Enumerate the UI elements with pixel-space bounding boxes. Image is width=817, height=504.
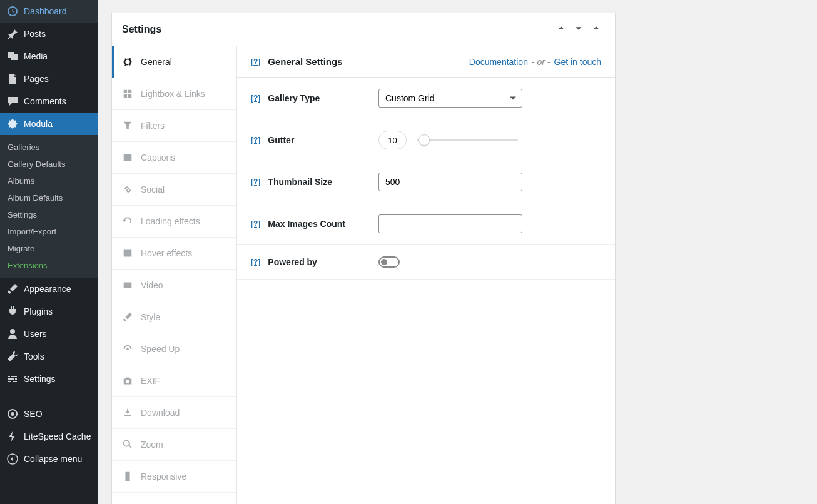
submenu-extensions[interactable]: Extensions bbox=[0, 257, 98, 274]
tab-label: Speed Up bbox=[141, 344, 180, 354]
tab-label: Lightbox & Links bbox=[141, 89, 205, 99]
sidebar-item-users[interactable]: Users bbox=[0, 323, 98, 345]
sidebar-label: Modula bbox=[24, 119, 53, 129]
gauge-icon bbox=[122, 343, 133, 355]
submenu-migrate[interactable]: Migrate bbox=[0, 240, 98, 257]
sidebar-item-dashboard[interactable]: Dashboard bbox=[0, 0, 98, 23]
row-powered-by: [?] Powered by bbox=[237, 245, 615, 280]
tab-customcss[interactable]: Custom CSS bbox=[112, 493, 236, 504]
tab-general[interactable]: General bbox=[112, 46, 236, 78]
help-icon[interactable]: [?] bbox=[251, 219, 260, 228]
panel-title: Settings bbox=[122, 24, 161, 35]
dashboard-icon bbox=[6, 5, 19, 18]
sliders-icon bbox=[6, 373, 19, 385]
panel-header: Settings bbox=[112, 13, 615, 46]
sidebar-item-comments[interactable]: Comments bbox=[0, 90, 98, 113]
tab-social[interactable]: Social bbox=[112, 174, 236, 206]
sidebar-collapse[interactable]: Collapse menu bbox=[0, 448, 98, 470]
tab-exif[interactable]: EXIF bbox=[112, 365, 236, 397]
bolt-icon bbox=[6, 430, 19, 443]
tab-hover[interactable]: Hover effects bbox=[112, 238, 236, 270]
tab-download[interactable]: Download bbox=[112, 397, 236, 429]
sidebar-label: Users bbox=[24, 329, 47, 339]
tab-zoom[interactable]: Zoom bbox=[112, 429, 236, 461]
submenu-import-export[interactable]: Import/Export bbox=[0, 223, 98, 240]
sidebar-item-seo[interactable]: SEO bbox=[0, 403, 98, 425]
move-up-button[interactable] bbox=[552, 21, 570, 38]
move-down-button[interactable] bbox=[570, 21, 587, 38]
sidebar-label: Collapse menu bbox=[24, 454, 82, 464]
submenu: Galleries Gallery Defaults Albums Album … bbox=[0, 135, 98, 278]
help-icon[interactable]: [?] bbox=[251, 58, 260, 66]
contact-link[interactable]: Get in touch bbox=[554, 57, 602, 67]
field-label: Gallery Type bbox=[268, 93, 320, 103]
help-icon[interactable]: [?] bbox=[251, 258, 260, 266]
sidebar-item-appearance[interactable]: Appearance bbox=[0, 278, 98, 300]
row-max-images: [?] Max Images Count bbox=[237, 203, 615, 245]
submenu-albums[interactable]: Albums bbox=[0, 173, 98, 189]
tab-speedup[interactable]: Speed Up bbox=[112, 333, 236, 365]
grid-icon bbox=[122, 88, 133, 99]
reload-icon bbox=[122, 216, 133, 227]
gallery-type-select[interactable]: Custom Grid bbox=[378, 89, 522, 108]
settings-tabs: General Lightbox & Links Filters Caption… bbox=[112, 46, 237, 504]
comment-icon bbox=[6, 95, 19, 108]
gutter-slider[interactable] bbox=[417, 139, 518, 141]
tab-style[interactable]: Style bbox=[112, 301, 236, 333]
row-gutter: [?] Gutter bbox=[237, 119, 615, 161]
sidebar-label: Dashboard bbox=[24, 6, 67, 16]
field-label: Max Images Count bbox=[268, 219, 345, 229]
brush-icon bbox=[122, 311, 133, 323]
max-images-input[interactable] bbox=[378, 214, 522, 233]
sidebar-item-pages[interactable]: Pages bbox=[0, 68, 98, 90]
sidebar-item-media[interactable]: Media bbox=[0, 45, 98, 68]
tab-loading[interactable]: Loading effects bbox=[112, 206, 236, 238]
help-icon[interactable]: [?] bbox=[251, 94, 260, 103]
tab-captions[interactable]: Captions bbox=[112, 142, 236, 174]
sidebar-item-modula[interactable]: Modula bbox=[0, 113, 98, 135]
settings-panel: Settings General Lightbox & Links Filter bbox=[111, 13, 616, 504]
sidebar-label: Comments bbox=[24, 96, 66, 106]
camera-icon bbox=[122, 375, 133, 386]
submenu-gallery-defaults[interactable]: Gallery Defaults bbox=[0, 156, 98, 173]
collapse-icon bbox=[6, 453, 19, 465]
sidebar-item-settings[interactable]: Settings bbox=[0, 368, 98, 390]
tab-label: Video bbox=[141, 280, 163, 290]
submenu-album-defaults[interactable]: Album Defaults bbox=[0, 189, 98, 206]
sidebar-label: Settings bbox=[24, 374, 56, 384]
gutter-input[interactable] bbox=[378, 131, 407, 149]
sidebar-label: SEO bbox=[24, 409, 43, 419]
tab-video[interactable]: Video bbox=[112, 270, 236, 301]
tab-label: Social bbox=[141, 184, 165, 194]
user-icon bbox=[6, 328, 19, 340]
tab-label: EXIF bbox=[141, 376, 160, 386]
tab-responsive[interactable]: Responsive bbox=[112, 461, 236, 493]
mobile-icon bbox=[122, 471, 133, 482]
documentation-link[interactable]: Documentation bbox=[469, 57, 528, 67]
thumbnail-size-input[interactable] bbox=[378, 173, 522, 191]
sidebar-item-tools[interactable]: Tools bbox=[0, 345, 98, 368]
tab-filters[interactable]: Filters bbox=[112, 110, 236, 142]
sidebar-item-posts[interactable]: Posts bbox=[0, 23, 98, 45]
powered-by-toggle[interactable] bbox=[378, 256, 400, 268]
sidebar-label: Plugins bbox=[24, 306, 53, 316]
submenu-galleries[interactable]: Galleries bbox=[0, 139, 98, 156]
toggle-panel-button[interactable] bbox=[587, 21, 605, 38]
tab-lightbox[interactable]: Lightbox & Links bbox=[112, 78, 236, 110]
brush-icon bbox=[6, 283, 19, 295]
field-label: Powered by bbox=[268, 257, 317, 267]
hover-icon bbox=[122, 248, 133, 259]
caption-icon bbox=[122, 152, 133, 163]
slider-thumb[interactable] bbox=[419, 134, 430, 146]
help-icon[interactable]: [?] bbox=[251, 136, 260, 144]
tab-label: Hover effects bbox=[141, 248, 192, 258]
help-icon[interactable]: [?] bbox=[251, 178, 260, 186]
submenu-settings[interactable]: Settings bbox=[0, 206, 98, 223]
sidebar-item-litespeed[interactable]: LiteSpeed Cache bbox=[0, 425, 98, 448]
filter-icon bbox=[122, 120, 133, 131]
sidebar-label: Tools bbox=[24, 351, 44, 361]
modula-icon bbox=[6, 118, 19, 130]
sidebar-item-plugins[interactable]: Plugins bbox=[0, 300, 98, 323]
sidebar-label: LiteSpeed Cache bbox=[24, 431, 91, 441]
download-icon bbox=[122, 407, 133, 418]
